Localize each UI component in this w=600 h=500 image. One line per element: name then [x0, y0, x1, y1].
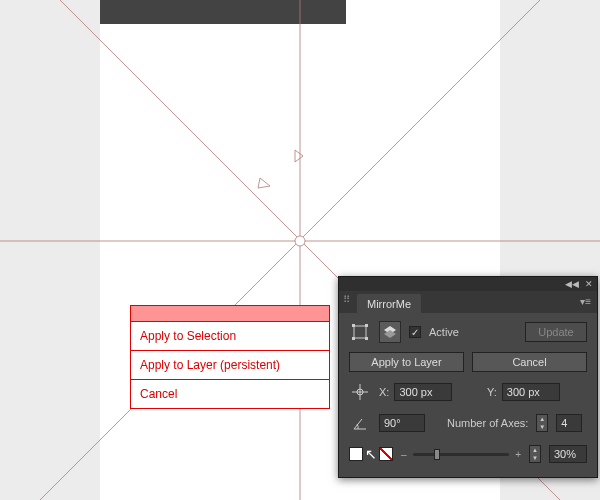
preview-toggle-icon[interactable]: ↖ [349, 443, 393, 465]
svg-rect-7 [365, 324, 368, 327]
mirrorme-panel: ◀◀ ✕ ⠿ MirrorMe ▾≡ ✓ Active Update Apply… [338, 276, 598, 478]
slider-minus-label: – [401, 449, 407, 460]
opacity-stepper[interactable]: ▲▼ [529, 445, 541, 463]
cursor-icon: ↖ [365, 446, 377, 462]
panel-grip-icon: ⠿ [343, 297, 351, 302]
collapse-icon[interactable]: ◀◀ [565, 279, 579, 289]
apply-to-layer-button[interactable]: Apply to Layer [349, 352, 464, 372]
x-label: X: [379, 386, 389, 398]
fill-swatch [349, 447, 363, 461]
angle-icon[interactable] [349, 412, 371, 434]
axes-stepper[interactable]: ▲▼ [536, 414, 548, 432]
axes-label: Number of Axes: [447, 417, 528, 429]
angle-field[interactable]: 90° [379, 414, 425, 432]
origin-icon[interactable] [349, 381, 371, 403]
menu-item-apply-selection[interactable]: Apply to Selection [131, 322, 329, 351]
panel-tab-bar: ⠿ MirrorMe ▾≡ [339, 291, 597, 313]
window-dark-bar [100, 0, 346, 24]
context-menu-header[interactable] [131, 306, 329, 322]
layers-icon[interactable] [379, 321, 401, 343]
tab-mirrorme[interactable]: MirrorMe [357, 294, 421, 313]
cancel-button[interactable]: Cancel [472, 352, 587, 372]
slider-plus-label: + [515, 449, 521, 460]
svg-rect-9 [365, 337, 368, 340]
update-button[interactable]: Update [525, 322, 587, 342]
bounds-icon[interactable] [349, 321, 371, 343]
active-checkbox[interactable]: ✓ [409, 326, 421, 338]
svg-rect-5 [354, 326, 366, 338]
close-icon[interactable]: ✕ [585, 279, 593, 289]
opacity-slider-thumb[interactable] [434, 449, 440, 460]
svg-rect-8 [352, 337, 355, 340]
menu-item-apply-layer[interactable]: Apply to Layer (persistent) [131, 351, 329, 380]
active-label: Active [429, 326, 459, 338]
menu-item-cancel[interactable]: Cancel [131, 380, 329, 408]
stroke-swatch [379, 447, 393, 461]
x-field[interactable]: 300 px [394, 383, 452, 401]
opacity-field[interactable]: 30% [549, 445, 587, 463]
y-field[interactable]: 300 px [502, 383, 560, 401]
panel-chrome: ◀◀ ✕ [339, 277, 597, 291]
panel-menu-icon[interactable]: ▾≡ [580, 296, 591, 307]
y-label: Y: [487, 386, 497, 398]
context-menu: Apply to Selection Apply to Layer (persi… [130, 305, 330, 409]
opacity-slider[interactable] [413, 453, 510, 456]
panel-body: ✓ Active Update Apply to Layer Cancel X:… [339, 313, 597, 477]
axes-field[interactable]: 4 [556, 414, 582, 432]
svg-rect-6 [352, 324, 355, 327]
